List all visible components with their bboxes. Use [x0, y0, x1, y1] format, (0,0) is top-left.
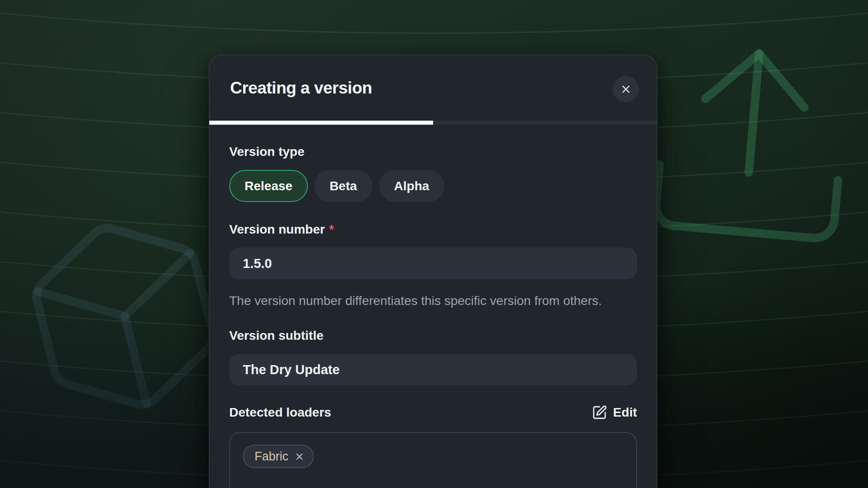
version-type-label: Version type: [229, 144, 637, 160]
version-subtitle-label: Version subtitle: [229, 328, 637, 343]
version-type-alpha-button[interactable]: Alpha: [379, 170, 445, 202]
loader-chip-fabric: Fabric: [243, 445, 314, 468]
progress-fill: [209, 121, 433, 125]
version-number-help-text: The version number differentiates this s…: [229, 291, 627, 311]
detected-loaders-label: Detected loaders: [229, 405, 331, 420]
progress-bar: [209, 121, 657, 125]
version-type-release-button[interactable]: Release: [229, 170, 308, 202]
modal-header: Creating a version: [209, 55, 657, 121]
version-number-label: Version number: [229, 222, 325, 236]
remove-loader-button[interactable]: [294, 451, 305, 462]
version-subtitle-input[interactable]: [229, 354, 637, 385]
upload-arrow-icon: [622, 14, 868, 272]
modal-body: Version type Release Beta Alpha Version …: [209, 125, 657, 488]
version-number-input[interactable]: [229, 248, 637, 279]
detected-loaders-box: Fabric: [229, 432, 637, 488]
modal-title: Creating a version: [230, 79, 372, 98]
close-button[interactable]: [613, 76, 639, 102]
version-type-beta-button[interactable]: Beta: [314, 170, 373, 202]
x-icon: [294, 451, 305, 462]
detected-loaders-row: Detected loaders Edit: [229, 405, 637, 420]
edit-button-label: Edit: [613, 405, 637, 420]
required-asterisk: *: [329, 222, 334, 236]
loader-chip-label: Fabric: [255, 450, 288, 464]
page-background: Creating a version Version type Release …: [0, 0, 868, 488]
edit-loaders-button[interactable]: Edit: [592, 405, 637, 420]
x-icon: [620, 83, 632, 95]
version-number-label-row: Version number*: [229, 222, 637, 237]
create-version-modal: Creating a version Version type Release …: [209, 55, 657, 488]
version-type-options: Release Beta Alpha: [229, 170, 637, 202]
square-pen-icon: [592, 405, 607, 420]
